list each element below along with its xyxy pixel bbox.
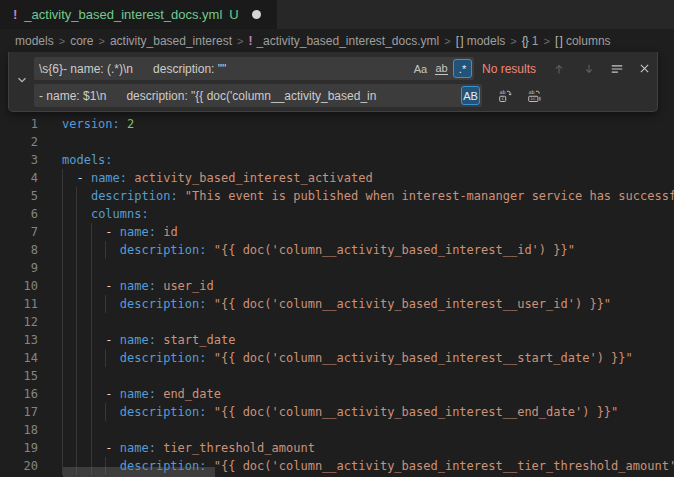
code-text: - name: end_date (62, 385, 221, 403)
indent-guide (62, 439, 63, 457)
indent-guide (62, 331, 63, 349)
next-match-button[interactable] (580, 59, 598, 78)
code-text: description: "This event is published wh… (62, 187, 674, 205)
svg-text:c: c (501, 96, 504, 101)
indent-guide (62, 223, 63, 241)
line-number: 2 (0, 133, 38, 151)
previous-match-button[interactable] (550, 59, 568, 78)
indent-guide (62, 259, 63, 277)
find-in-selection-button[interactable] (608, 59, 626, 78)
indent-guide (76, 295, 77, 313)
indent-guide (62, 187, 63, 205)
code-line[interactable]: 11 description: "{{ doc('column__activit… (0, 295, 674, 313)
yaml-file-icon: ! (13, 7, 17, 22)
line-number: 15 (0, 367, 38, 385)
line-number: 4 (0, 169, 38, 187)
code-line[interactable]: 17 description: "{{ doc('column__activit… (0, 403, 674, 421)
code-line[interactable]: 2 (0, 133, 674, 151)
indent-guide (91, 367, 92, 385)
breadcrumb-separator-icon: > (543, 35, 549, 47)
close-button[interactable] (635, 59, 653, 78)
indent-guide (91, 403, 92, 421)
breadcrumb-item[interactable]: [ ]columns (555, 34, 611, 48)
find-query: \s{6}- name: (.*)\n description: "" (39, 62, 407, 76)
find-widget: \s{6}- name: (.*)\n description: "" Aa a… (8, 52, 658, 112)
code-line[interactable]: 10 - name: user_id (0, 277, 674, 295)
indent-guide (91, 223, 92, 241)
tab-title: _activity_based_interest_docs.yml (24, 7, 222, 22)
regex-button[interactable]: .* (453, 59, 472, 78)
indent-guide (62, 169, 63, 187)
code-text: description: "{{ doc('column__activity_b… (62, 295, 611, 313)
code-line[interactable]: 13 - name: start_date (0, 331, 674, 349)
line-number: 19 (0, 439, 38, 457)
code-text: description: "{{ doc('column__activity_b… (62, 349, 633, 367)
code-line[interactable]: 7 - name: id (0, 223, 674, 241)
code-line[interactable]: 5 description: "This event is published … (0, 187, 674, 205)
whole-word-button[interactable]: ab (432, 59, 451, 78)
code-line[interactable]: 15 (0, 367, 674, 385)
line-number: 13 (0, 331, 38, 349)
modified-indicator-icon[interactable] (252, 10, 261, 19)
code-line[interactable]: 1version: 2 (0, 115, 674, 133)
indent-guide (76, 403, 77, 421)
horizontal-scrollbar-thumb[interactable] (63, 467, 215, 477)
code-line[interactable]: 19 - name: tier_threshold_amount (0, 439, 674, 457)
breadcrumb-label: 1 (532, 34, 539, 48)
indent-guide (62, 241, 63, 259)
indent-guide (91, 421, 92, 439)
tab-active-file[interactable]: ! _activity_based_interest_docs.yml U (0, 0, 277, 29)
arrow-down-icon (582, 62, 596, 76)
code-line[interactable]: 3models: (0, 151, 674, 169)
code-line[interactable]: 12 (0, 313, 674, 331)
code-line[interactable]: 16 - name: end_date (0, 385, 674, 403)
line-number: 1 (0, 115, 38, 133)
indent-guide (76, 439, 77, 457)
breadcrumb-item[interactable]: models (15, 34, 54, 48)
breadcrumb-label: models (467, 34, 506, 48)
indent-guide (76, 223, 77, 241)
symbol-icon: [ ] (555, 34, 562, 48)
code-line[interactable]: 18 (0, 421, 674, 439)
indent-guide (76, 349, 77, 367)
match-case-button[interactable]: Aa (411, 59, 430, 78)
replace-all-button[interactable]: ab ic (525, 86, 543, 105)
line-number: 7 (0, 223, 38, 241)
breadcrumb-separator-icon: > (444, 35, 450, 47)
line-number: 5 (0, 187, 38, 205)
indent-guide (62, 295, 63, 313)
svg-text:ab: ab (499, 89, 505, 95)
line-number: 6 (0, 205, 38, 223)
code-line[interactable]: 8 description: "{{ doc('column__activity… (0, 241, 674, 259)
breadcrumb-item[interactable]: !_activity_based_interest_docs.yml (248, 34, 439, 48)
preserve-case-button[interactable]: AB (461, 86, 480, 105)
indent-guide (62, 349, 63, 367)
indent-guide (76, 367, 77, 385)
code-text: - name: start_date (62, 331, 235, 349)
breadcrumb-label: _activity_based_interest_docs.yml (256, 34, 439, 48)
indent-guide (76, 187, 77, 205)
symbol-icon: [ ] (456, 34, 463, 48)
selection-icon (610, 62, 624, 76)
breadcrumb-item[interactable]: [ ]models (456, 34, 506, 48)
indent-guide (62, 403, 63, 421)
breadcrumb-label: models (15, 34, 54, 48)
find-input[interactable]: \s{6}- name: (.*)\n description: "" Aa a… (34, 57, 474, 80)
breadcrumb-item[interactable]: {}1 (522, 34, 539, 48)
indent-guide (105, 241, 106, 259)
code-line[interactable]: 9 (0, 259, 674, 277)
line-number: 18 (0, 421, 38, 439)
code-text: columns: (62, 205, 149, 223)
tab-bar: ! _activity_based_interest_docs.yml U (0, 0, 674, 29)
breadcrumb-item[interactable]: core (70, 34, 93, 48)
svg-text:ic: ic (530, 96, 536, 101)
toggle-replace-button[interactable] (9, 52, 34, 111)
line-number: 14 (0, 349, 38, 367)
breadcrumb-label: columns (566, 34, 611, 48)
breadcrumb-item[interactable]: activity_based_interest (110, 34, 232, 48)
replace-button[interactable]: ab c (496, 86, 514, 105)
code-line[interactable]: 6 columns: (0, 205, 674, 223)
replace-input[interactable]: - name: $1\n description: "{{ doc('colum… (34, 84, 482, 107)
code-line[interactable]: 14 description: "{{ doc('column__activit… (0, 349, 674, 367)
code-line[interactable]: 4 - name: activity_based_interest_activa… (0, 169, 674, 187)
